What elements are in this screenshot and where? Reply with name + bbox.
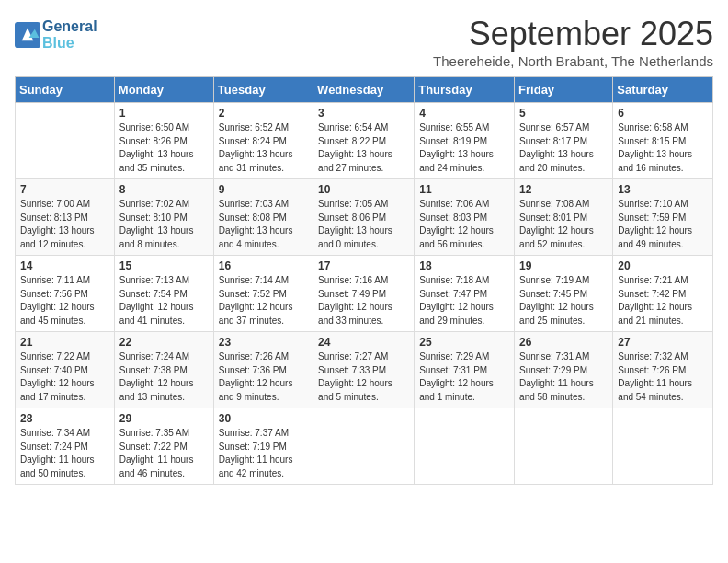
calendar-cell: 11Sunrise: 7:06 AM Sunset: 8:03 PM Dayli… xyxy=(415,179,515,256)
calendar-cell: 9Sunrise: 7:03 AM Sunset: 8:08 PM Daylig… xyxy=(213,179,313,256)
calendar-cell: 7Sunrise: 7:00 AM Sunset: 8:13 PM Daylig… xyxy=(16,179,115,256)
day-number: 22 xyxy=(119,336,209,349)
month-title: September 2025 xyxy=(433,15,713,53)
day-info: Sunrise: 7:27 AM Sunset: 7:33 PM Dayligh… xyxy=(318,350,409,404)
logo-line1: General xyxy=(42,18,97,35)
calendar-cell: 10Sunrise: 7:05 AM Sunset: 8:06 PM Dayli… xyxy=(313,179,415,256)
day-number: 26 xyxy=(519,336,608,349)
calendar-cell: 14Sunrise: 7:11 AM Sunset: 7:56 PM Dayli… xyxy=(16,256,115,332)
day-number: 24 xyxy=(318,336,409,349)
day-info: Sunrise: 6:50 AM Sunset: 8:26 PM Dayligh… xyxy=(119,121,209,175)
day-info: Sunrise: 7:31 AM Sunset: 7:29 PM Dayligh… xyxy=(519,350,608,404)
col-header-saturday: Saturday xyxy=(613,77,713,103)
calendar-cell: 6Sunrise: 6:58 AM Sunset: 8:15 PM Daylig… xyxy=(613,103,713,179)
calendar-cell: 23Sunrise: 7:26 AM Sunset: 7:36 PM Dayli… xyxy=(213,332,313,408)
day-number: 25 xyxy=(419,336,509,349)
day-number: 7 xyxy=(20,183,109,196)
calendar-cell xyxy=(16,103,115,179)
day-number: 12 xyxy=(519,183,608,196)
calendar-cell xyxy=(415,408,515,485)
day-info: Sunrise: 7:18 AM Sunset: 7:47 PM Dayligh… xyxy=(419,274,509,327)
day-info: Sunrise: 7:08 AM Sunset: 8:01 PM Dayligh… xyxy=(519,198,608,251)
calendar-cell: 4Sunrise: 6:55 AM Sunset: 8:19 PM Daylig… xyxy=(415,103,515,179)
day-info: Sunrise: 7:22 AM Sunset: 7:40 PM Dayligh… xyxy=(20,350,109,404)
day-number: 11 xyxy=(419,183,509,196)
calendar-cell: 16Sunrise: 7:14 AM Sunset: 7:52 PM Dayli… xyxy=(213,256,313,332)
logo-line2: Blue xyxy=(42,35,97,52)
calendar-cell: 25Sunrise: 7:29 AM Sunset: 7:31 PM Dayli… xyxy=(415,332,515,408)
day-number: 28 xyxy=(20,412,109,425)
day-info: Sunrise: 6:52 AM Sunset: 8:24 PM Dayligh… xyxy=(219,121,308,175)
col-header-friday: Friday xyxy=(515,77,613,103)
day-number: 14 xyxy=(20,259,109,272)
day-info: Sunrise: 7:14 AM Sunset: 7:52 PM Dayligh… xyxy=(219,274,308,327)
calendar-cell: 18Sunrise: 7:18 AM Sunset: 7:47 PM Dayli… xyxy=(415,256,515,332)
calendar-cell: 24Sunrise: 7:27 AM Sunset: 7:33 PM Dayli… xyxy=(313,332,415,408)
day-number: 6 xyxy=(618,107,708,120)
logo: General Blue xyxy=(15,18,97,51)
calendar-cell: 17Sunrise: 7:16 AM Sunset: 7:49 PM Dayli… xyxy=(313,256,415,332)
day-info: Sunrise: 7:13 AM Sunset: 7:54 PM Dayligh… xyxy=(119,274,209,327)
day-info: Sunrise: 7:11 AM Sunset: 7:56 PM Dayligh… xyxy=(20,274,109,327)
col-header-tuesday: Tuesday xyxy=(213,77,313,103)
day-number: 20 xyxy=(618,259,708,272)
calendar-header-row: SundayMondayTuesdayWednesdayThursdayFrid… xyxy=(16,77,713,103)
day-number: 27 xyxy=(618,336,708,349)
day-info: Sunrise: 7:26 AM Sunset: 7:36 PM Dayligh… xyxy=(219,350,308,404)
calendar-cell: 3Sunrise: 6:54 AM Sunset: 8:22 PM Daylig… xyxy=(313,103,415,179)
day-number: 30 xyxy=(219,412,308,425)
week-row-3: 14Sunrise: 7:11 AM Sunset: 7:56 PM Dayli… xyxy=(16,256,713,332)
calendar-cell: 19Sunrise: 7:19 AM Sunset: 7:45 PM Dayli… xyxy=(515,256,613,332)
calendar-cell: 8Sunrise: 7:02 AM Sunset: 8:10 PM Daylig… xyxy=(114,179,213,256)
calendar-cell: 20Sunrise: 7:21 AM Sunset: 7:42 PM Dayli… xyxy=(613,256,713,332)
title-block: September 2025 Theereheide, North Braban… xyxy=(433,15,713,69)
week-row-2: 7Sunrise: 7:00 AM Sunset: 8:13 PM Daylig… xyxy=(16,179,713,256)
day-info: Sunrise: 7:16 AM Sunset: 7:49 PM Dayligh… xyxy=(318,274,409,327)
day-number: 10 xyxy=(318,183,409,196)
logo-icon xyxy=(15,22,40,48)
calendar-cell: 2Sunrise: 6:52 AM Sunset: 8:24 PM Daylig… xyxy=(213,103,313,179)
page-header: General Blue September 2025 Theereheide,… xyxy=(15,15,713,69)
day-number: 8 xyxy=(119,183,209,196)
day-number: 13 xyxy=(618,183,708,196)
week-row-1: 1Sunrise: 6:50 AM Sunset: 8:26 PM Daylig… xyxy=(16,103,713,179)
day-info: Sunrise: 6:57 AM Sunset: 8:17 PM Dayligh… xyxy=(519,121,608,175)
calendar-cell: 21Sunrise: 7:22 AM Sunset: 7:40 PM Dayli… xyxy=(16,332,115,408)
day-number: 29 xyxy=(119,412,209,425)
day-info: Sunrise: 6:55 AM Sunset: 8:19 PM Dayligh… xyxy=(419,121,509,175)
col-header-monday: Monday xyxy=(114,77,213,103)
calendar-cell xyxy=(313,408,415,485)
calendar-cell: 5Sunrise: 6:57 AM Sunset: 8:17 PM Daylig… xyxy=(515,103,613,179)
day-info: Sunrise: 7:37 AM Sunset: 7:19 PM Dayligh… xyxy=(219,427,308,480)
calendar-cell: 22Sunrise: 7:24 AM Sunset: 7:38 PM Dayli… xyxy=(114,332,213,408)
calendar-cell xyxy=(515,408,613,485)
location: Theereheide, North Brabant, The Netherla… xyxy=(433,53,713,69)
day-info: Sunrise: 7:19 AM Sunset: 7:45 PM Dayligh… xyxy=(519,274,608,327)
day-number: 3 xyxy=(318,107,409,120)
day-info: Sunrise: 7:02 AM Sunset: 8:10 PM Dayligh… xyxy=(119,198,209,251)
day-info: Sunrise: 7:21 AM Sunset: 7:42 PM Dayligh… xyxy=(618,274,708,327)
day-info: Sunrise: 6:58 AM Sunset: 8:15 PM Dayligh… xyxy=(618,121,708,175)
calendar-cell: 13Sunrise: 7:10 AM Sunset: 7:59 PM Dayli… xyxy=(613,179,713,256)
day-info: Sunrise: 7:10 AM Sunset: 7:59 PM Dayligh… xyxy=(618,198,708,251)
day-number: 5 xyxy=(519,107,608,120)
day-info: Sunrise: 7:05 AM Sunset: 8:06 PM Dayligh… xyxy=(318,198,409,251)
calendar-cell xyxy=(613,408,713,485)
col-header-thursday: Thursday xyxy=(415,77,515,103)
day-info: Sunrise: 7:24 AM Sunset: 7:38 PM Dayligh… xyxy=(119,350,209,404)
week-row-4: 21Sunrise: 7:22 AM Sunset: 7:40 PM Dayli… xyxy=(16,332,713,408)
day-info: Sunrise: 7:06 AM Sunset: 8:03 PM Dayligh… xyxy=(419,198,509,251)
day-number: 18 xyxy=(419,259,509,272)
calendar-cell: 29Sunrise: 7:35 AM Sunset: 7:22 PM Dayli… xyxy=(114,408,213,485)
day-number: 19 xyxy=(519,259,608,272)
week-row-5: 28Sunrise: 7:34 AM Sunset: 7:24 PM Dayli… xyxy=(16,408,713,485)
day-info: Sunrise: 6:54 AM Sunset: 8:22 PM Dayligh… xyxy=(318,121,409,175)
calendar-cell: 26Sunrise: 7:31 AM Sunset: 7:29 PM Dayli… xyxy=(515,332,613,408)
day-info: Sunrise: 7:35 AM Sunset: 7:22 PM Dayligh… xyxy=(119,427,209,480)
calendar-cell: 27Sunrise: 7:32 AM Sunset: 7:26 PM Dayli… xyxy=(613,332,713,408)
day-info: Sunrise: 7:03 AM Sunset: 8:08 PM Dayligh… xyxy=(219,198,308,251)
calendar-cell: 28Sunrise: 7:34 AM Sunset: 7:24 PM Dayli… xyxy=(16,408,115,485)
calendar-cell: 1Sunrise: 6:50 AM Sunset: 8:26 PM Daylig… xyxy=(114,103,213,179)
day-number: 23 xyxy=(219,336,308,349)
day-info: Sunrise: 7:29 AM Sunset: 7:31 PM Dayligh… xyxy=(419,350,509,404)
